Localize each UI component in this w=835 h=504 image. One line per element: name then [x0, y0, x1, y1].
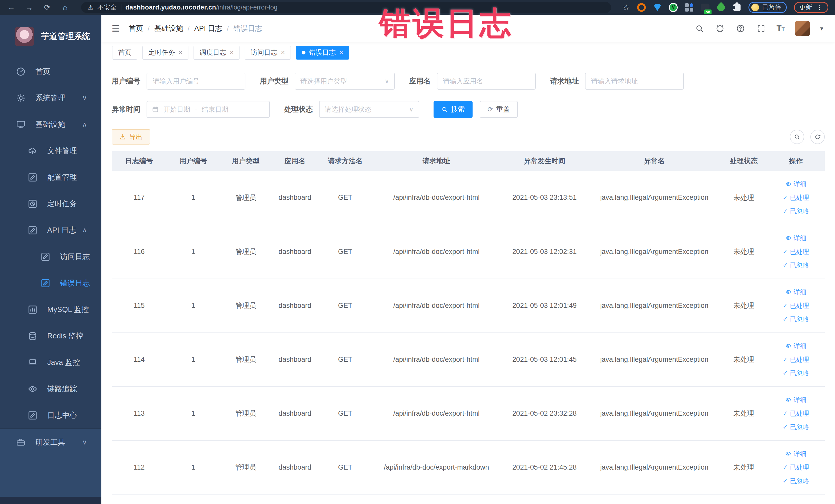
breadcrumb-home[interactable]: 首页: [128, 24, 143, 33]
tab-home[interactable]: 首页: [112, 46, 137, 60]
help-icon[interactable]: [735, 23, 746, 34]
sidebar-item-home[interactable]: 首页: [0, 58, 101, 85]
user-avatar[interactable]: [795, 21, 810, 36]
refresh-table-button[interactable]: [810, 130, 825, 144]
sidebar-toggle-icon[interactable]: ☰: [111, 23, 120, 34]
extension-on-badge-icon[interactable]: on: [701, 3, 710, 12]
sidebar-item-redis-monitor[interactable]: Redis 监控: [0, 323, 101, 349]
process-status-label: 处理状态: [284, 104, 313, 114]
monitor-icon: [16, 120, 26, 129]
avatar-caret-down-icon[interactable]: ▾: [820, 25, 823, 32]
sidebar-item-log-center[interactable]: 日志中心: [0, 402, 101, 428]
header-search-icon[interactable]: [694, 23, 705, 34]
mark-ignored-link[interactable]: ✓已忽略: [782, 423, 809, 431]
sidebar-item-dev-tools[interactable]: 研发工具 ∨: [0, 429, 101, 456]
user-id-input[interactable]: [147, 73, 245, 89]
mark-ignored-link[interactable]: ✓已忽略: [782, 261, 809, 269]
mark-processed-link[interactable]: ✓已处理: [782, 355, 809, 364]
close-icon[interactable]: ×: [281, 48, 285, 57]
detail-link[interactable]: 详细: [785, 180, 806, 188]
app-name-label: 应用名: [409, 76, 431, 86]
tab-scheduled-jobs[interactable]: 定时任务×: [142, 46, 188, 60]
detail-link[interactable]: 详细: [785, 288, 806, 296]
end-date-placeholder[interactable]: 结束日期: [202, 105, 228, 114]
close-icon[interactable]: ×: [179, 48, 183, 57]
search-button[interactable]: 搜索: [433, 101, 472, 118]
request-url-input[interactable]: [585, 73, 684, 89]
sidebar-item-config-management[interactable]: 配置管理: [0, 164, 101, 190]
fullscreen-icon[interactable]: [756, 23, 766, 34]
sidebar-item-infrastructure[interactable]: 基础设施 ∧: [0, 111, 101, 138]
browser-back-icon[interactable]: ←: [7, 3, 16, 12]
cell-status: 未处理: [720, 279, 767, 332]
profile-paused-pill[interactable]: 已暂停: [749, 2, 787, 13]
address-bar[interactable]: ⚠ 不安全 dashboard.yudao.iocoder.cn/infra/l…: [81, 2, 611, 13]
start-date-placeholder[interactable]: 开始日期: [163, 105, 190, 114]
eye-icon: [785, 343, 791, 349]
browser-update-button[interactable]: 更新 ⋮: [794, 2, 828, 13]
github-icon[interactable]: [715, 23, 725, 34]
mark-ignored-link[interactable]: ✓已忽略: [782, 207, 809, 216]
tab-access-log[interactable]: 访问日志×: [245, 46, 290, 60]
mark-processed-link[interactable]: ✓已处理: [782, 247, 809, 256]
sidebar-collapse-bar[interactable]: [0, 497, 101, 504]
bookmark-star-icon[interactable]: ☆: [623, 3, 630, 12]
browser-menu-kebab-icon[interactable]: ⋮: [816, 3, 823, 11]
mark-ignored-link[interactable]: ✓已忽略: [782, 315, 809, 323]
exception-time-range-picker[interactable]: 开始日期 - 结束日期: [147, 101, 270, 118]
extension-green-v-icon[interactable]: V: [669, 3, 678, 12]
app-logo[interactable]: 芋道管理系统: [0, 15, 101, 58]
tab-dispatch-log[interactable]: 调度日志×: [194, 46, 240, 60]
mark-processed-link[interactable]: ✓已处理: [782, 463, 809, 472]
sidebar-item-api-log[interactable]: API 日志 ∧: [0, 217, 101, 243]
app-name-input[interactable]: [437, 73, 536, 89]
tags-view-bar: 首页 定时任务× 调度日志× 访问日志× 错误日志×: [101, 42, 835, 63]
font-size-icon[interactable]: TT: [776, 24, 785, 33]
mark-processed-link[interactable]: ✓已处理: [782, 193, 809, 202]
sidebar-item-system-management[interactable]: 系统管理 ∨: [0, 85, 101, 111]
not-secure-warning-icon: ⚠: [88, 4, 94, 11]
sidebar-bottom-section: 研发工具 ∨: [0, 428, 101, 504]
breadcrumb-api-log[interactable]: API 日志: [194, 24, 222, 33]
sidebar-item-mysql-monitor[interactable]: MySQL 监控: [0, 296, 101, 323]
detail-link[interactable]: 详细: [785, 234, 806, 242]
cell-exception-name: java.lang.IllegalArgumentException: [588, 225, 721, 279]
sidebar-item-java-monitor[interactable]: Java 监控: [0, 349, 101, 376]
cell-log-id: 114: [111, 332, 167, 386]
mark-ignored-link[interactable]: ✓已忽略: [782, 369, 809, 378]
not-secure-label[interactable]: 不安全: [98, 3, 117, 12]
tab-error-log[interactable]: 错误日志×: [296, 46, 349, 60]
mark-ignored-link[interactable]: ✓已忽略: [782, 477, 809, 485]
sidebar-item-access-log[interactable]: 访问日志: [0, 243, 101, 270]
breadcrumb-infrastructure[interactable]: 基础设施: [154, 24, 183, 33]
mark-processed-link[interactable]: ✓已处理: [782, 301, 809, 310]
extensions-puzzle-icon[interactable]: [733, 3, 741, 12]
sidebar-item-scheduled-jobs[interactable]: 定时任务: [0, 190, 101, 217]
col-method: 请求方法名: [319, 151, 372, 171]
browser-home-icon[interactable]: ⌂: [61, 3, 70, 12]
mark-processed-link[interactable]: ✓已处理: [782, 409, 809, 418]
sidebar-item-tracing[interactable]: 链路追踪: [0, 376, 101, 402]
extension-grid-icon[interactable]: [685, 3, 694, 12]
detail-link[interactable]: 详细: [785, 449, 806, 458]
cell-app-name: dashboard: [271, 332, 318, 386]
toggle-search-button[interactable]: [790, 130, 804, 144]
detail-link[interactable]: 详细: [785, 396, 806, 404]
export-button[interactable]: 导出: [111, 129, 150, 144]
user-type-select[interactable]: 请选择用户类型 ∨: [295, 73, 395, 89]
browser-reload-icon[interactable]: ⟳: [43, 3, 52, 12]
table-toolbar: 导出: [111, 129, 825, 144]
col-status: 处理状态: [720, 151, 767, 171]
cell-app-name: dashboard: [271, 440, 318, 494]
extension-plant-icon[interactable]: [717, 3, 726, 12]
sidebar-item-error-log[interactable]: 错误日志: [0, 270, 101, 296]
close-icon[interactable]: ×: [230, 48, 233, 57]
sidebar-item-file-management[interactable]: 文件管理: [0, 138, 101, 164]
close-icon[interactable]: ×: [339, 48, 343, 57]
browser-forward-icon[interactable]: →: [25, 3, 34, 12]
extension-orange-icon[interactable]: [637, 3, 646, 12]
detail-link[interactable]: 详细: [785, 342, 806, 350]
process-status-select[interactable]: 请选择处理状态 ∨: [319, 101, 419, 118]
reset-button[interactable]: ⟳ 重置: [480, 101, 518, 118]
extension-shield-icon[interactable]: [653, 3, 662, 12]
